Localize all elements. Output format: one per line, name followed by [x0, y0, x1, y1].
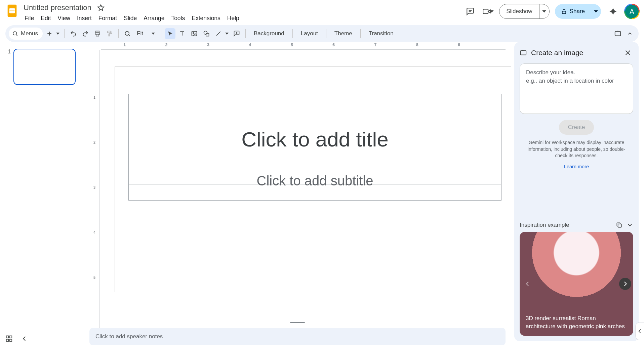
panel-title: Create an image	[531, 49, 618, 57]
svg-rect-49	[618, 224, 621, 227]
menu-view[interactable]: View	[54, 13, 73, 23]
svg-rect-51	[10, 336, 12, 338]
bottom-left-controls	[5, 335, 28, 342]
svg-rect-1	[10, 8, 15, 13]
menu-arrange[interactable]: Arrange	[140, 13, 167, 23]
svg-text:3: 3	[93, 185, 95, 189]
select-tool-icon[interactable]	[165, 28, 175, 39]
copy-icon[interactable]	[616, 222, 622, 228]
horizontal-ruler[interactable]: 1 2 3 4 5 6 7 8 9	[101, 42, 506, 50]
new-slide-dropdown-icon[interactable]	[55, 32, 61, 35]
svg-rect-22	[192, 31, 197, 36]
share-label: Share	[570, 8, 585, 15]
collapse-toolbar-icon[interactable]	[625, 28, 635, 39]
zoom-select[interactable]: Fit	[134, 28, 158, 39]
vertical-ruler[interactable]: 1 2 3 4 5	[91, 50, 99, 345]
star-icon[interactable]	[97, 4, 105, 12]
header-actions: Slideshow Share A	[464, 4, 639, 19]
line-dropdown-icon[interactable]	[224, 32, 230, 35]
inspiration-title: Inspiration example	[520, 222, 612, 228]
svg-rect-46	[521, 51, 526, 55]
meet-button[interactable]	[482, 5, 494, 18]
close-icon[interactable]	[622, 47, 633, 58]
menu-extensions[interactable]: Extensions	[189, 13, 224, 23]
line-tool-icon[interactable]	[213, 28, 224, 39]
inspiration-prev-icon[interactable]	[522, 278, 534, 290]
svg-line-26	[216, 32, 220, 36]
svg-text:8: 8	[416, 43, 418, 47]
menu-bar: File Edit View Insert Format Slide Arran…	[22, 13, 242, 23]
create-image-panel: Create an image Describe your idea. e.g.…	[514, 42, 639, 341]
slide-number: 1	[5, 49, 11, 85]
slideshow-label[interactable]: Slideshow	[499, 4, 539, 18]
share-button[interactable]: Share	[555, 4, 601, 19]
svg-text:7: 7	[374, 43, 376, 47]
account-avatar[interactable]: A	[625, 5, 639, 18]
menu-insert[interactable]: Insert	[74, 13, 95, 23]
slideshow-button[interactable]: Slideshow	[499, 4, 550, 19]
svg-rect-17	[107, 31, 111, 33]
share-dropdown-icon[interactable]	[591, 4, 601, 19]
svg-rect-29	[615, 32, 621, 36]
new-slide-button[interactable]	[44, 28, 61, 39]
collapse-filmstrip-icon[interactable]	[22, 336, 28, 342]
menu-file[interactable]: File	[22, 13, 37, 23]
speaker-notes[interactable]: Click to add speaker notes	[89, 328, 506, 345]
prompt-placeholder-line2: e.g., an object in a location in color	[526, 77, 627, 85]
title-block: Untitled presentation File Edit View Ins…	[22, 3, 242, 23]
canvas-area[interactable]: Click to add title Click to add subtitle	[103, 52, 506, 345]
svg-text:2: 2	[93, 140, 95, 144]
svg-text:6: 6	[333, 43, 335, 47]
slides-logo[interactable]	[5, 4, 19, 17]
menu-format[interactable]: Format	[95, 13, 120, 23]
menu-tools[interactable]: Tools	[168, 13, 188, 23]
gemini-image-icon[interactable]	[612, 28, 623, 39]
notes-splitter[interactable]	[89, 320, 506, 324]
print-icon[interactable]	[92, 28, 103, 39]
slide-thumbnail-row: 1	[5, 49, 89, 85]
expand-icon[interactable]	[627, 222, 633, 228]
toolbar: Menus Fit Background Layout	[5, 25, 639, 42]
background-button[interactable]: Background	[249, 28, 289, 39]
undo-icon[interactable]	[68, 28, 79, 39]
layout-button[interactable]: Layout	[296, 28, 323, 39]
comments-icon[interactable]	[464, 5, 477, 18]
svg-point-24	[204, 31, 207, 35]
search-menus-button[interactable]: Menus	[9, 28, 43, 40]
prompt-input[interactable]: Describe your idea. e.g., an object in a…	[520, 63, 633, 114]
slide-canvas[interactable]: Click to add title Click to add subtitle	[115, 67, 511, 292]
svg-point-23	[193, 33, 194, 34]
inspiration-card[interactable]: 3D render surrealist Roman architecture …	[520, 232, 633, 336]
svg-text:5: 5	[93, 275, 95, 279]
subtitle-placeholder[interactable]: Click to add subtitle	[128, 167, 501, 201]
menu-edit[interactable]: Edit	[38, 13, 54, 23]
inspiration-next-icon[interactable]	[619, 278, 631, 290]
learn-more-link[interactable]: Learn more	[520, 164, 633, 169]
svg-rect-9	[562, 11, 566, 14]
create-button: Create	[559, 120, 594, 135]
menu-help[interactable]: Help	[224, 13, 242, 23]
textbox-tool-icon[interactable]	[177, 28, 188, 39]
menu-slide[interactable]: Slide	[121, 13, 140, 23]
document-title[interactable]: Untitled presentation	[22, 3, 93, 13]
side-panel-toggle-icon[interactable]	[635, 322, 644, 340]
shape-tool-icon[interactable]	[201, 28, 212, 39]
comment-tool-icon[interactable]	[231, 28, 242, 39]
editor-area: 1 2 3 4 5 6 7 8 9 1 2	[89, 42, 511, 345]
svg-rect-25	[206, 33, 209, 36]
svg-text:9: 9	[458, 43, 460, 47]
image-tool-icon[interactable]	[189, 28, 200, 39]
svg-rect-52	[6, 339, 8, 341]
svg-point-10	[13, 32, 17, 35]
transition-button[interactable]: Transition	[364, 28, 398, 39]
gemini-icon[interactable]	[606, 5, 620, 18]
redo-icon[interactable]	[80, 28, 91, 39]
grid-view-icon[interactable]	[5, 335, 13, 342]
line-tool-button[interactable]	[213, 28, 230, 39]
theme-button[interactable]: Theme	[330, 28, 357, 39]
svg-text:4: 4	[249, 43, 251, 47]
zoom-icon[interactable]	[122, 28, 133, 39]
meet-dropdown-icon[interactable]	[490, 9, 494, 13]
slideshow-dropdown-icon[interactable]	[539, 4, 549, 18]
slide-thumbnail[interactable]	[13, 49, 76, 85]
